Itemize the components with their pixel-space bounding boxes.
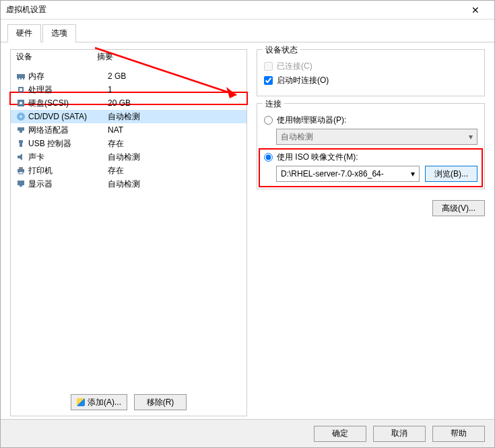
svg-rect-17 xyxy=(19,172,23,174)
device-row[interactable]: 网络适配器NAT xyxy=(11,123,246,137)
svg-point-9 xyxy=(20,116,22,118)
help-button[interactable]: 帮助 xyxy=(432,426,485,442)
advanced-row: 高级(V)... xyxy=(257,196,485,216)
remove-button[interactable]: 移除(R) xyxy=(134,394,187,410)
content-area: 设备 摘要 内存2 GB处理器1硬盘(SCSI)20 GBCD/DVD (SAT… xyxy=(1,42,494,423)
network-icon xyxy=(15,125,27,135)
device-row[interactable]: 显示器自动检测 xyxy=(11,177,246,191)
device-name: 处理器 xyxy=(27,84,108,96)
status-group: 设备状态 已连接(C) 启动时连接(O) xyxy=(257,49,485,96)
iso-path-dropdown[interactable]: D:\RHEL-server-7.0-x86_64- ▾ xyxy=(276,166,420,182)
printer-icon xyxy=(15,165,27,176)
display-icon xyxy=(15,179,27,189)
chevron-down-icon: ▾ xyxy=(469,132,473,141)
device-row[interactable]: 声卡自动检测 xyxy=(11,150,246,164)
device-summary: 自动检测 xyxy=(108,179,242,190)
svg-rect-18 xyxy=(18,181,24,185)
device-row[interactable]: CD/DVD (SATA)自动检测 xyxy=(11,110,246,123)
poweron-checkbox[interactable]: 启动时连接(O) xyxy=(264,75,477,86)
titlebar: 虚拟机设置 ✕ xyxy=(1,1,494,20)
device-name: 声卡 xyxy=(27,152,108,163)
status-group-title: 设备状态 xyxy=(263,44,300,56)
tab-hardware[interactable]: 硬件 xyxy=(7,24,41,42)
svg-rect-19 xyxy=(20,185,22,187)
device-list[interactable]: 内存2 GB处理器1硬盘(SCSI)20 GBCD/DVD (SATA)自动检测… xyxy=(11,65,246,389)
device-summary: 1 xyxy=(108,85,242,94)
device-summary: 自动检测 xyxy=(108,152,242,163)
device-list-buttons: 添加(A)... 移除(R) xyxy=(11,389,246,416)
ok-button[interactable]: 确定 xyxy=(314,426,366,442)
vm-settings-window: 虚拟机设置 ✕ 硬件 选项 设备 摘要 内存2 GB处理器1硬盘(SCSI)20… xyxy=(0,0,495,448)
device-name: CD/DVD (SATA) xyxy=(27,112,108,121)
close-button[interactable]: ✕ xyxy=(462,5,489,15)
svg-rect-0 xyxy=(17,74,25,78)
device-summary: 自动检测 xyxy=(108,111,242,123)
device-row[interactable]: 内存2 GB xyxy=(11,69,246,83)
chevron-down-icon: ▾ xyxy=(411,169,415,179)
device-name: 网络适配器 xyxy=(27,125,108,136)
physical-drive-dropdown[interactable]: 自动检测 ▾ xyxy=(276,129,477,145)
svg-rect-13 xyxy=(20,143,22,147)
usb-icon xyxy=(15,138,27,149)
use-physical-radio-input[interactable] xyxy=(264,116,273,125)
connected-checkbox-input xyxy=(264,62,273,71)
use-iso-radio[interactable]: 使用 ISO 映像文件(M): xyxy=(264,152,477,163)
device-name: 内存 xyxy=(27,71,108,82)
svg-rect-12 xyxy=(19,140,23,143)
svg-rect-10 xyxy=(18,127,24,131)
svg-rect-16 xyxy=(19,167,23,169)
svg-point-7 xyxy=(20,102,22,104)
poweron-checkbox-input[interactable] xyxy=(264,76,273,85)
cd-icon xyxy=(15,111,27,122)
svg-rect-2 xyxy=(20,78,22,79)
connected-checkbox[interactable]: 已连接(C) xyxy=(264,61,477,72)
tab-options[interactable]: 选项 xyxy=(42,24,76,42)
device-config-panel: 设备状态 已连接(C) 启动时连接(O) 连接 使用物理驱动器(P): xyxy=(257,49,485,416)
header-device: 设备 xyxy=(16,51,97,63)
cancel-button[interactable]: 取消 xyxy=(373,426,426,442)
device-row[interactable]: 打印机存在 xyxy=(11,164,246,177)
browse-button[interactable]: 浏览(B)... xyxy=(425,166,477,182)
device-name: 打印机 xyxy=(27,165,108,177)
use-physical-radio[interactable]: 使用物理驱动器(P): xyxy=(264,115,477,126)
svg-rect-11 xyxy=(20,131,22,133)
svg-rect-1 xyxy=(18,78,19,79)
add-button[interactable]: 添加(A)... xyxy=(71,394,127,410)
header-summary: 摘要 xyxy=(97,51,113,63)
device-row[interactable]: 硬盘(SCSI)20 GB xyxy=(11,96,246,110)
tabs: 硬件 选项 xyxy=(1,20,494,42)
dialog-footer: 确定 取消 帮助 xyxy=(1,419,494,447)
device-name: 显示器 xyxy=(27,179,108,190)
disk-icon xyxy=(15,98,27,108)
device-summary: 存在 xyxy=(108,165,242,177)
shield-icon xyxy=(77,398,85,406)
device-row[interactable]: USB 控制器存在 xyxy=(11,137,246,150)
svg-rect-5 xyxy=(20,88,22,91)
device-summary: NAT xyxy=(108,125,242,135)
device-summary: 2 GB xyxy=(108,71,242,81)
device-row[interactable]: 处理器1 xyxy=(11,83,246,96)
devlist-header: 设备 摘要 xyxy=(11,50,246,65)
device-summary: 存在 xyxy=(108,138,242,150)
memory-icon xyxy=(15,71,27,82)
connection-group: 连接 使用物理驱动器(P): 自动检测 ▾ 使用 ISO 映像文件(M): xyxy=(257,103,485,189)
advanced-button[interactable]: 高级(V)... xyxy=(432,200,485,216)
device-list-panel: 设备 摘要 内存2 GB处理器1硬盘(SCSI)20 GBCD/DVD (SAT… xyxy=(10,49,247,416)
device-name: USB 控制器 xyxy=(27,138,108,150)
connection-group-title: 连接 xyxy=(263,98,284,110)
svg-rect-3 xyxy=(23,78,24,79)
cpu-icon xyxy=(15,84,27,95)
use-iso-radio-input[interactable] xyxy=(264,153,273,162)
sound-icon xyxy=(15,152,27,162)
svg-marker-14 xyxy=(18,154,22,160)
device-summary: 20 GB xyxy=(108,98,242,108)
window-title: 虚拟机设置 xyxy=(6,4,46,15)
device-name: 硬盘(SCSI) xyxy=(27,98,108,109)
